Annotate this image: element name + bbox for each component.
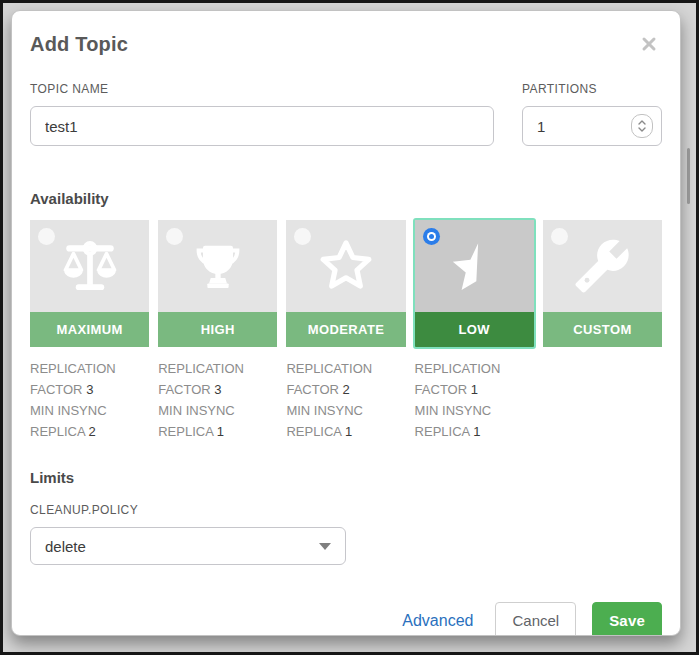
topic-name-label: TOPIC NAME: [30, 82, 494, 96]
close-x-icon: [641, 36, 657, 52]
cleanup-policy-select[interactable]: delete: [30, 527, 346, 565]
partitions-stepper[interactable]: [631, 114, 653, 138]
dropdown-caret-icon: [319, 543, 331, 550]
availability-details: REPLICATION FACTOR 3 MIN INSYNC REPLICA …: [30, 358, 662, 442]
availability-card-custom[interactable]: CUSTOM: [543, 220, 662, 347]
details-low: REPLICATION FACTOR 1 MIN INSYNC REPLICA …: [415, 358, 534, 442]
cancel-button[interactable]: Cancel: [495, 602, 576, 636]
details-moderate: REPLICATION FACTOR 2 MIN INSYNC REPLICA …: [286, 358, 405, 442]
card-label-custom: CUSTOM: [573, 322, 632, 337]
close-button[interactable]: [640, 35, 658, 53]
card-label-maximum: MAXIMUM: [56, 322, 122, 337]
dialog-header: Add Topic: [30, 33, 662, 56]
radio-moderate[interactable]: [294, 228, 311, 245]
availability-cards: MAXIMUM HIGH: [30, 220, 662, 347]
partitions-field: PARTITIONS: [522, 82, 662, 146]
card-label-moderate: MODERATE: [308, 322, 385, 337]
dialog-footer: Advanced Cancel Save: [30, 602, 662, 636]
availability-heading: Availability: [30, 190, 662, 207]
up-down-stepper-icon: [638, 119, 646, 133]
availability-card-moderate[interactable]: MODERATE: [286, 220, 405, 347]
topic-name-field: TOPIC NAME: [30, 82, 494, 146]
card-label-low: LOW: [458, 322, 490, 337]
save-button[interactable]: Save: [592, 602, 662, 636]
dialog-title: Add Topic: [30, 33, 128, 56]
cleanup-policy-value: delete: [45, 538, 86, 555]
add-topic-dialog: Add Topic TOPIC NAME PARTITIONS: [11, 10, 681, 636]
advanced-link[interactable]: Advanced: [402, 612, 473, 630]
details-maximum: REPLICATION FACTOR 3 MIN INSYNC REPLICA …: [30, 358, 149, 442]
partitions-label: PARTITIONS: [522, 82, 662, 96]
page-scrollbar-thumb[interactable]: [687, 148, 690, 204]
half-star-icon: [443, 235, 505, 297]
topic-name-input[interactable]: [30, 106, 494, 146]
details-high: REPLICATION FACTOR 3 MIN INSYNC REPLICA …: [158, 358, 277, 442]
screenshot-frame: Add Topic TOPIC NAME PARTITIONS: [0, 0, 699, 655]
availability-card-maximum[interactable]: MAXIMUM: [30, 220, 149, 347]
radio-high[interactable]: [166, 228, 183, 245]
radio-custom[interactable]: [551, 228, 568, 245]
wrench-icon: [573, 237, 631, 295]
fields-row: TOPIC NAME PARTITIONS: [30, 82, 662, 146]
trophy-icon: [189, 237, 247, 295]
radio-low[interactable]: [423, 228, 440, 245]
radio-maximum[interactable]: [38, 228, 55, 245]
cleanup-policy-label: CLEANUP.POLICY: [30, 503, 662, 517]
star-outline-icon: [313, 233, 379, 299]
limits-heading: Limits: [30, 469, 662, 486]
availability-card-high[interactable]: HIGH: [158, 220, 277, 347]
card-label-high: HIGH: [201, 322, 235, 337]
availability-card-low[interactable]: LOW: [415, 220, 534, 347]
balance-scales-icon: [59, 235, 121, 297]
details-custom: [543, 358, 662, 442]
